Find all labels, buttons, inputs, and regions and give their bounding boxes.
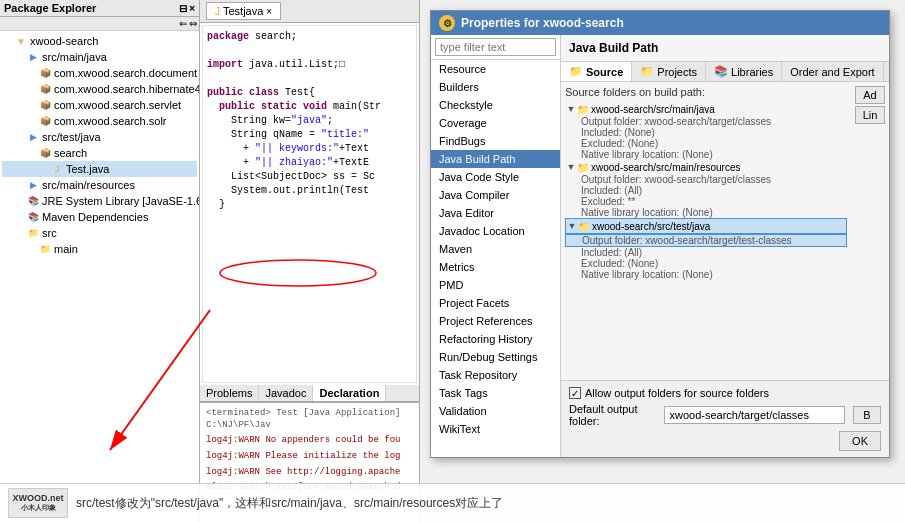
source-node-header-xwood-search-src-main-java[interactable]: ▼📁xwood-search/src/main/java: [565, 102, 847, 116]
dialog-title-text: Properties for xwood-search: [461, 16, 624, 30]
tree-icon: 📦: [38, 114, 52, 128]
dialog-area: ⚙ Properties for xwood-search ResourceBu…: [420, 0, 905, 522]
minimize-icon[interactable]: ⊟: [179, 3, 187, 14]
source-icon: 📁: [569, 65, 583, 78]
build-tab-projects[interactable]: 📁 Projects: [632, 62, 706, 81]
tree-item-src-main-resources[interactable]: ▶src/main/resources: [2, 177, 197, 193]
tree-icon: ▶: [26, 178, 40, 192]
allow-output-checkbox[interactable]: ✓: [569, 387, 581, 399]
nav-item-project-references[interactable]: Project References: [431, 312, 560, 330]
tree-icon: 📁: [38, 242, 52, 256]
nav-item-task-tags[interactable]: Task Tags: [431, 384, 560, 402]
tree-item-com.xwood.search.solr[interactable]: 📦com.xwood.search.solr: [2, 113, 197, 129]
source-node-header-xwood-search-src-test-java[interactable]: ▼📁xwood-search/src/test/java: [565, 218, 847, 234]
tree-label: Maven Dependencies: [42, 211, 148, 223]
tree-icon: 📦: [38, 66, 52, 80]
build-path-header: Java Build Path: [561, 35, 889, 62]
nav-item-resource[interactable]: Resource: [431, 60, 560, 78]
allow-output-checkbox-row: ✓ Allow output folders for source folder…: [569, 387, 769, 399]
package-explorer-panel: Package Explorer ⊟ × ⇐ ⇔ ▼xwood-search▶s…: [0, 0, 200, 522]
java-file-icon: J: [215, 6, 220, 17]
code-line: package search;: [207, 30, 412, 44]
panel-header-title: Package Explorer: [4, 2, 96, 14]
nav-item-coverage[interactable]: Coverage: [431, 114, 560, 132]
tree-item-TestJava[interactable]: JTest.java: [2, 161, 197, 177]
tab-declaration[interactable]: Declaration: [313, 385, 386, 401]
build-tab-libraries[interactable]: 📚 Libraries: [706, 62, 782, 81]
link-with-editor-icon[interactable]: ⇔: [189, 18, 197, 29]
tree-label: src/test/java: [42, 131, 101, 143]
ok-button[interactable]: OK: [839, 431, 881, 451]
tree-item-com.xwood.search.document[interactable]: 📦com.xwood.search.document: [2, 65, 197, 81]
tree-item-maven-dependencies[interactable]: 📚Maven Dependencies: [2, 209, 197, 225]
tab-javadoc[interactable]: Javadoc: [259, 385, 313, 401]
collapse-all-icon[interactable]: ⇐: [179, 18, 187, 29]
tree-icon: 📦: [38, 98, 52, 112]
dialog-right-with-buttons: Source folders on build path: ▼📁xwood-se…: [561, 82, 889, 380]
tree-icon: 📦: [38, 82, 52, 96]
build-tab-order-export[interactable]: Order and Export: [782, 62, 883, 81]
build-tab-projects-label: Projects: [657, 66, 697, 78]
nav-item-project-facets[interactable]: Project Facets: [431, 294, 560, 312]
tree-label: Test.java: [66, 163, 109, 175]
nav-item-javadoc-location[interactable]: Javadoc Location: [431, 222, 560, 240]
source-child-node: Output folder: xwood-search/target/class…: [565, 174, 847, 185]
nav-item-java-code-style[interactable]: Java Code Style: [431, 168, 560, 186]
close-icon[interactable]: ×: [189, 3, 195, 14]
tree-icon: 📦: [38, 146, 52, 160]
source-node-xwood-search-src-main-java: ▼📁xwood-search/src/main/javaOutput folde…: [565, 102, 847, 160]
tree-item-main[interactable]: 📁main: [2, 241, 197, 257]
nav-item-validation[interactable]: Validation: [431, 402, 560, 420]
build-tab-source[interactable]: 📁 Source: [561, 62, 632, 81]
tree-label: search: [54, 147, 87, 159]
code-line: String qName = "title:": [207, 128, 412, 142]
tree-item-com.xwood.search.hibernate4[interactable]: 📦com.xwood.search.hibernate4: [2, 81, 197, 97]
properties-dialog[interactable]: ⚙ Properties for xwood-search ResourceBu…: [430, 10, 890, 458]
tree-item-jre-system-library[interactable]: 📚JRE System Library [JavaSE-1.6]: [2, 193, 197, 209]
tree-label: src/main/resources: [42, 179, 135, 191]
tree-item-src-main-java[interactable]: ▶src/main/java: [2, 49, 197, 65]
editor-close-icon[interactable]: ×: [266, 6, 272, 17]
package-explorer-header: Package Explorer ⊟ ×: [0, 0, 199, 17]
nav-item-java-build-path[interactable]: Java Build Path: [431, 150, 560, 168]
nav-item-java-compiler[interactable]: Java Compiler: [431, 186, 560, 204]
nav-item-pmd[interactable]: PMD: [431, 276, 560, 294]
expand-icon: ▼: [565, 161, 577, 173]
logo-image: XWOOD.net 小木人印象: [8, 488, 68, 518]
link-button[interactable]: Lin: [855, 106, 885, 124]
editor-tab-testjava[interactable]: J Testjava ×: [206, 2, 281, 20]
source-node-header-xwood-search-src-main-resources[interactable]: ▼📁xwood-search/src/main/resources: [565, 160, 847, 174]
node-label: xwood-search/src/main/resources: [591, 162, 741, 173]
browse-button[interactable]: B: [853, 406, 881, 424]
nav-item-checkstyle[interactable]: Checkstyle: [431, 96, 560, 114]
nav-item-task-repository[interactable]: Task Repository: [431, 366, 560, 384]
nav-item-java-editor[interactable]: Java Editor: [431, 204, 560, 222]
tree-item-search[interactable]: 📦search: [2, 145, 197, 161]
tab-problems[interactable]: Problems: [200, 385, 259, 401]
editor-tab-bar: J Testjava ×: [200, 0, 419, 23]
add-button[interactable]: Ad: [855, 86, 885, 104]
nav-item-wikitext[interactable]: WikiText: [431, 420, 560, 438]
nav-item-run/debug-settings[interactable]: Run/Debug Settings: [431, 348, 560, 366]
tree-item-xwood-search[interactable]: ▼xwood-search: [2, 33, 197, 49]
console-tab-bar: Problems Javadoc Declaration: [200, 385, 419, 402]
source-child-node: Native library location: (None): [565, 149, 847, 160]
tree-item-src[interactable]: 📁src: [2, 225, 197, 241]
tree-item-com.xwood.search.servlet[interactable]: 📦com.xwood.search.servlet: [2, 97, 197, 113]
tree-icon: 📁: [26, 226, 40, 240]
editor-area: J Testjava × package search; import java…: [200, 0, 420, 522]
code-line: + "|| zhaiyao:"+TextE: [207, 156, 412, 170]
libraries-icon: 📚: [714, 65, 728, 78]
filter-input[interactable]: [435, 38, 556, 56]
dialog-body: ResourceBuildersCheckstyleCoverageFindBu…: [431, 35, 889, 457]
nav-item-metrics[interactable]: Metrics: [431, 258, 560, 276]
tree-label: src/main/java: [42, 51, 107, 63]
tree-label: com.xwood.search.document: [54, 67, 197, 79]
nav-item-refactoring-history[interactable]: Refactoring History: [431, 330, 560, 348]
nav-item-maven[interactable]: Maven: [431, 240, 560, 258]
nav-item-builders[interactable]: Builders: [431, 78, 560, 96]
console-line-1: <terminated> Test [Java Application] C:\…: [204, 406, 415, 433]
default-folder-input[interactable]: [664, 406, 844, 424]
tree-item-src-test-java[interactable]: ▶src/test/java: [2, 129, 197, 145]
nav-item-findbugs[interactable]: FindBugs: [431, 132, 560, 150]
